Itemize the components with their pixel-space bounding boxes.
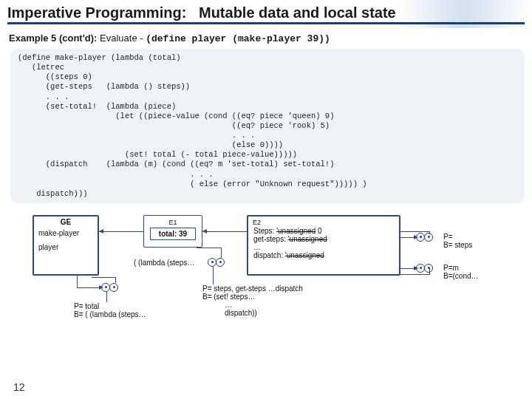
- page-number: 12: [13, 381, 25, 393]
- e1-box: E1 total: 39: [143, 215, 202, 248]
- e1-total: total: 39: [150, 228, 196, 240]
- right1-b: B= steps: [443, 241, 472, 249]
- example-code: (define player (make-player 39)): [146, 33, 330, 44]
- e2-getsteps-old: 'unassigned: [288, 235, 327, 243]
- e2-dispatch-label: dispatch:: [253, 251, 283, 259]
- example-desc: Evaluate -: [100, 33, 143, 44]
- e2-getsteps-label: get-steps:: [253, 235, 286, 243]
- right2-b: B=(cond…: [443, 272, 479, 280]
- lambda-steps-label: ( (lambda (steps…: [134, 259, 194, 267]
- ge-item-player: player: [38, 243, 93, 251]
- environment-diagram: GE make-player player E1 total: 39 ( (la…: [33, 206, 525, 361]
- code-block: (define make-player (lambda (total) (let…: [10, 49, 525, 203]
- closure-pair-ge: [102, 283, 118, 292]
- right2-p: P=m: [443, 264, 479, 272]
- e2-steps-new: 0: [318, 227, 322, 235]
- ge-label: GE: [37, 218, 95, 226]
- e2-label: E2: [251, 218, 396, 227]
- center-p: P= steps, get-steps …dispatch: [202, 284, 303, 293]
- closure-pair-dispatch: [417, 264, 433, 273]
- center-ellipsis: …: [202, 301, 303, 309]
- ge-item-makeplayer: make-player: [38, 229, 93, 237]
- center-b: B= (set! steps…: [202, 293, 303, 301]
- ge-box: GE make-player player: [33, 215, 99, 276]
- e1-label: E1: [147, 217, 199, 228]
- title-right: Mutable data and local state: [199, 4, 396, 21]
- e2-steps-label: Steps:: [253, 227, 274, 235]
- bottom-left-p: P= total: [74, 302, 146, 310]
- example-label: Example 5 (cont'd):: [9, 33, 97, 44]
- title-left: Imperative Programming:: [7, 4, 186, 21]
- e2-dispatch-old: 'unassigned: [285, 251, 324, 259]
- bottom-left-b: B= ( (lambda (steps…: [74, 310, 146, 318]
- e2-steps-old: 'unassigned: [276, 227, 316, 235]
- e2-ellipsis: …: [251, 243, 396, 251]
- closure-pair-1: [208, 258, 225, 267]
- right1-p: P=: [443, 233, 472, 241]
- closure-pair-getsteps: [417, 233, 433, 242]
- center-dispatch: dispatch)): [202, 309, 303, 317]
- e2-box: E2 Steps: 'unassigned 0 get-steps: 'unas…: [247, 215, 400, 276]
